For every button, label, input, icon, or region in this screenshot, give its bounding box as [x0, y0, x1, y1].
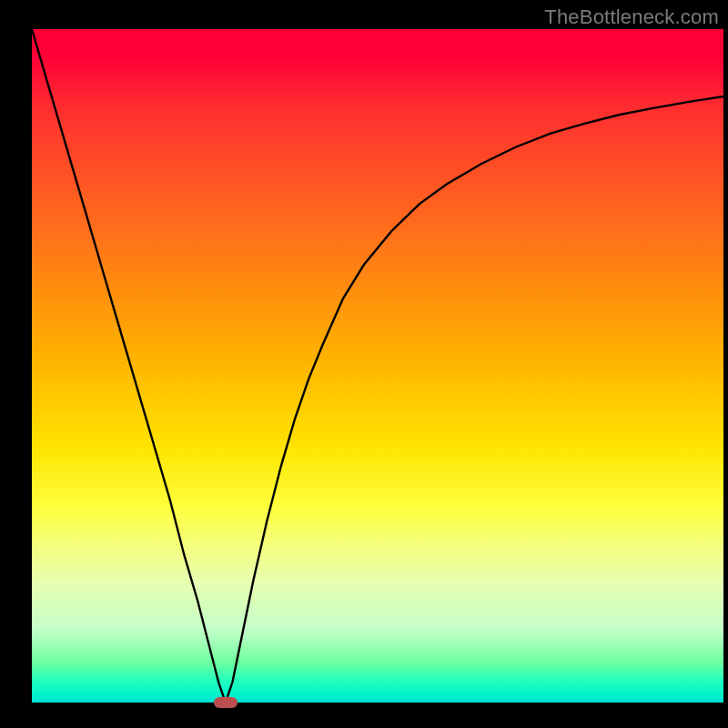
chart-frame: TheBottleneck.com: [0, 0, 728, 728]
bottleneck-curve: [32, 29, 723, 703]
optimum-marker: [214, 697, 238, 708]
plot-area: [32, 29, 723, 703]
watermark-text: TheBottleneck.com: [544, 5, 719, 29]
curve-path: [32, 29, 723, 703]
